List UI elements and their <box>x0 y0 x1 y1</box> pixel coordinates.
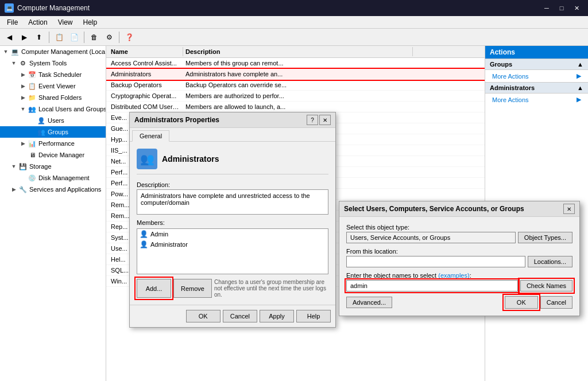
tree-item-groups[interactable]: 👥 Groups <box>0 126 106 138</box>
toolbar-properties[interactable]: ⚙ <box>102 30 116 44</box>
actions-groups-more[interactable]: More Actions ▶ <box>485 70 588 82</box>
list-row[interactable]: Cryptographic Operat... Members are auth… <box>106 91 485 102</box>
admin-help-button[interactable]: Help <box>296 310 331 322</box>
toolbar-view[interactable]: 📋 <box>52 30 66 44</box>
tree-item-task-scheduler[interactable]: ▶ 📅 Task Scheduler <box>0 69 106 80</box>
admin-props-title: Administrators Properties <box>134 116 219 124</box>
location-input[interactable] <box>346 256 525 267</box>
member-administrator-name: Administrator <box>150 241 188 248</box>
cell-desc: Backup Operators can override se... <box>183 81 413 89</box>
object-type-input[interactable] <box>346 232 516 243</box>
check-names-btn-label: Check Names <box>527 282 566 289</box>
add-button[interactable]: Add... <box>137 279 171 298</box>
member-administrator[interactable]: 👤 Administrator <box>137 239 328 250</box>
examples-link[interactable]: (examples) <box>438 272 469 279</box>
toolbar-up[interactable]: ⬆ <box>32 30 46 44</box>
select-users-cancel-button[interactable]: Cancel <box>540 296 572 309</box>
names-field: Enter the object names to select (exampl… <box>346 272 572 291</box>
select-users-ok-button[interactable]: OK <box>505 296 538 309</box>
select-users-title-bar: Select Users, Computers, Service Account… <box>339 201 579 217</box>
object-type-label: Select this object type: <box>346 224 572 231</box>
admin-props-help-btn[interactable]: ? <box>307 115 318 125</box>
admin-cancel-button[interactable]: Cancel <box>223 310 257 322</box>
toolbar-back[interactable]: ◀ <box>2 30 16 44</box>
groups-icon: 👥 <box>37 127 46 137</box>
minimize-button[interactable]: ─ <box>540 2 554 14</box>
check-names-button[interactable]: Check Names <box>520 280 572 291</box>
cell-name-administrators: Administrators <box>109 70 183 78</box>
locations-button[interactable]: Locations... <box>528 256 572 267</box>
actions-administrators-label: Administrators <box>490 84 535 91</box>
users-label: Users <box>48 117 64 124</box>
tree-item-device-manager[interactable]: 🖥 Device Manager <box>0 149 106 161</box>
advanced-button[interactable]: Advanced... <box>346 297 392 308</box>
menu-action[interactable]: Action <box>24 17 52 28</box>
expand-groups <box>28 127 37 137</box>
tree-item-local-users[interactable]: ▼ 👥 Local Users and Groups <box>0 103 106 115</box>
admin-ok-button[interactable]: OK <box>186 310 220 322</box>
admin-props-close-btn[interactable]: ✕ <box>319 115 331 125</box>
actions-administrators-header: Administrators ▲ <box>485 82 588 94</box>
cell-desc: Members are authorized to perfor... <box>183 92 413 100</box>
close-button[interactable]: ✕ <box>570 2 583 14</box>
list-row[interactable]: Distributed COM Users... Members are all… <box>106 102 485 112</box>
menu-help[interactable]: Help <box>79 17 102 28</box>
tree-item-event-viewer[interactable]: ▶ 📋 Event Viewer <box>0 80 106 92</box>
menu-bar: File Action View Help <box>0 16 588 29</box>
select-users-close-btn[interactable]: ✕ <box>563 204 575 214</box>
actions-title: Actions <box>490 48 515 56</box>
expand-system-tools: ▼ <box>9 59 18 68</box>
disk-management-label: Disk Management <box>38 174 90 181</box>
tree-item-performance[interactable]: ▶ 📊 Performance <box>0 138 106 149</box>
object-type-field: Select this object type: Object Types... <box>346 224 572 243</box>
actions-groups-more-label: More Actions <box>492 73 529 80</box>
cell-name: Distributed COM Users... <box>109 103 183 111</box>
window-title: Computer Management <box>17 4 90 12</box>
tree-item-disk-management[interactable]: 💿 Disk Management <box>0 172 106 184</box>
members-label: Members: <box>137 219 328 226</box>
admin-props-title-bar: Administrators Properties ? ✕ <box>130 112 335 128</box>
cell-desc: Members are allowed to launch, a... <box>183 103 413 111</box>
list-row[interactable]: Access Control Assist... Members of this… <box>106 58 485 69</box>
actions-administrators-more[interactable]: More Actions ▶ <box>485 94 588 106</box>
member-admin[interactable]: 👤 Admin <box>137 229 328 239</box>
col-desc-header: Description <box>183 47 413 56</box>
toolbar-delete[interactable]: 🗑 <box>87 30 101 44</box>
list-row-administrators[interactable]: Administrators Administrators have compl… <box>106 69 485 80</box>
remove-button[interactable]: Remove <box>173 279 212 298</box>
actions-groups-header: Groups ▲ <box>485 59 588 70</box>
services-apps-label: Services and Applications <box>29 186 101 193</box>
tree-item-system-tools[interactable]: ▼ ⚙ System Tools <box>0 57 106 69</box>
toolbar: ◀ ▶ ⬆ 📋 📄 🗑 ⚙ ❓ <box>0 29 588 46</box>
tree-item-shared-folders[interactable]: ▶ 📁 Shared Folders <box>0 92 106 103</box>
tree-item-users[interactable]: 👤 Users <box>0 115 106 126</box>
cell-name: Backup Operators <box>109 81 183 89</box>
cell-name: Access Control Assist... <box>109 59 183 67</box>
list-row[interactable]: Backup Operators Backup Operators can ov… <box>106 80 485 91</box>
maximize-button[interactable]: □ <box>555 2 568 14</box>
toolbar-help[interactable]: ❓ <box>122 30 136 44</box>
task-scheduler-label: Task Scheduler <box>38 71 82 78</box>
admin-apply-button[interactable]: Apply <box>260 310 294 322</box>
expand-disk-management <box>18 173 28 182</box>
expand-performance: ▶ <box>18 139 28 148</box>
object-types-button[interactable]: Object Types... <box>518 232 572 243</box>
admin-props-controls: ? ✕ <box>307 115 331 125</box>
select-users-bottom: Advanced... OK Cancel <box>346 296 572 309</box>
member-administrator-icon: 👤 <box>140 240 148 248</box>
description-label: Description: <box>137 181 328 188</box>
tree-item-storage[interactable]: ▼ 💾 Storage <box>0 161 106 172</box>
tab-general[interactable]: General <box>132 130 169 142</box>
shared-folders-label: Shared Folders <box>38 94 82 101</box>
tree-item-root[interactable]: ▼ 💻 Computer Management (Local <box>0 46 106 57</box>
admin-group-header: 👥 Administrators <box>137 149 328 174</box>
object-types-btn-label: Object Types... <box>524 234 566 241</box>
toolbar-export[interactable]: 📄 <box>67 30 81 44</box>
shared-folders-icon: 📁 <box>28 93 37 102</box>
menu-view[interactable]: View <box>53 17 78 28</box>
tree-item-services-apps[interactable]: ▶ 🔧 Services and Applications <box>0 184 106 195</box>
toolbar-forward[interactable]: ▶ <box>17 30 31 44</box>
names-input[interactable] <box>346 280 518 291</box>
remove-button-label: Remove <box>181 285 204 292</box>
menu-file[interactable]: File <box>2 17 22 28</box>
